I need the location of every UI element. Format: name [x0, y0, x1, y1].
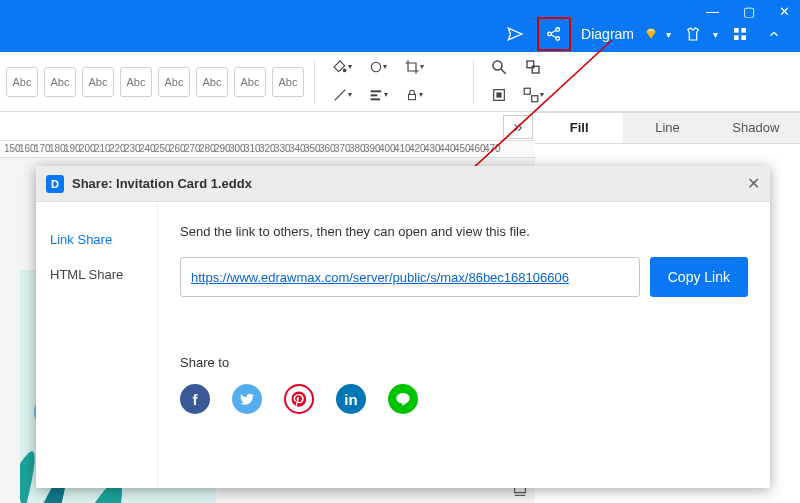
svg-rect-12: [371, 94, 378, 96]
expand-styles-icon[interactable]: »: [503, 115, 533, 139]
svg-rect-8: [741, 35, 746, 40]
chevron-down-icon[interactable]: ▾: [713, 29, 718, 40]
close-icon[interactable]: ✕: [747, 174, 760, 193]
share-link-field[interactable]: https://www.edrawmax.com/server/public/s…: [180, 257, 640, 297]
copy-link-button[interactable]: Copy Link: [650, 257, 748, 297]
style-swatch[interactable]: Abc: [6, 67, 38, 97]
svg-marker-4: [646, 29, 655, 32]
select-icon[interactable]: [488, 84, 510, 106]
share-to-label: Share to: [180, 355, 748, 370]
send-icon[interactable]: [503, 22, 527, 46]
app-logo-icon: D: [46, 175, 64, 193]
style-swatch[interactable]: Abc: [272, 67, 304, 97]
svg-rect-7: [734, 35, 739, 40]
replace-icon[interactable]: [522, 56, 544, 78]
ruler: 1501601701801902002102202302402502602702…: [0, 140, 535, 158]
share-button[interactable]: [537, 17, 571, 51]
group-icon[interactable]: ▾: [522, 84, 544, 106]
tab-link-share[interactable]: Link Share: [36, 222, 157, 257]
svg-point-15: [493, 61, 502, 70]
svg-rect-11: [371, 90, 382, 92]
diagram-label[interactable]: Diagram: [581, 26, 634, 42]
style-swatch[interactable]: Abc: [120, 67, 152, 97]
linkedin-icon[interactable]: in: [336, 384, 366, 414]
tab-line[interactable]: Line: [623, 112, 711, 144]
svg-rect-19: [497, 93, 501, 97]
align-tool-icon[interactable]: ▾: [365, 84, 391, 106]
facebook-icon[interactable]: f: [180, 384, 210, 414]
fill-tool-icon[interactable]: ▾: [329, 56, 355, 78]
gem-icon: [644, 27, 658, 41]
svg-rect-6: [741, 28, 746, 33]
style-swatch[interactable]: Abc: [158, 67, 190, 97]
window-min-icon[interactable]: —: [706, 4, 719, 19]
tab-fill[interactable]: Fill: [535, 112, 623, 144]
toolbar: Abc Abc Abc Abc Abc Abc Abc Abc ▾ ▾ ▾ ▾ …: [0, 52, 800, 112]
twitter-icon[interactable]: [232, 384, 262, 414]
window-close-icon[interactable]: ✕: [779, 4, 790, 19]
collapse-up-icon[interactable]: [762, 22, 786, 46]
shape-tool-icon[interactable]: ▾: [365, 56, 391, 78]
tshirt-icon[interactable]: [681, 22, 705, 46]
tab-html-share[interactable]: HTML Share: [36, 257, 157, 292]
line-tool-icon[interactable]: ▾: [329, 84, 355, 106]
search-icon[interactable]: [488, 56, 510, 78]
line-icon[interactable]: [388, 384, 418, 414]
share-description: Send the link to others, then they can o…: [180, 224, 748, 239]
svg-marker-3: [646, 32, 655, 39]
chevron-down-icon[interactable]: ▾: [666, 29, 671, 40]
svg-point-9: [343, 69, 346, 72]
svg-point-10: [371, 62, 380, 71]
style-swatch[interactable]: Abc: [82, 67, 114, 97]
window-max-icon[interactable]: ▢: [743, 4, 755, 19]
svg-rect-5: [734, 28, 739, 33]
share-dialog: D Share: Invitation Card 1.eddx ✕ Link S…: [36, 166, 770, 488]
grid-apps-icon[interactable]: [728, 22, 752, 46]
svg-rect-21: [532, 95, 538, 101]
pinterest-icon[interactable]: [284, 384, 314, 414]
style-swatch[interactable]: Abc: [44, 67, 76, 97]
svg-rect-20: [524, 88, 530, 94]
ruler-tick: 470: [484, 143, 501, 154]
svg-rect-14: [409, 94, 416, 99]
crop-tool-icon[interactable]: ▾: [401, 56, 427, 78]
dialog-title: Share: Invitation Card 1.eddx: [72, 176, 252, 191]
style-swatch[interactable]: Abc: [234, 67, 266, 97]
lock-tool-icon[interactable]: ▾: [401, 84, 427, 106]
svg-rect-13: [371, 98, 380, 100]
tab-shadow[interactable]: Shadow: [712, 112, 800, 144]
style-swatch[interactable]: Abc: [196, 67, 228, 97]
